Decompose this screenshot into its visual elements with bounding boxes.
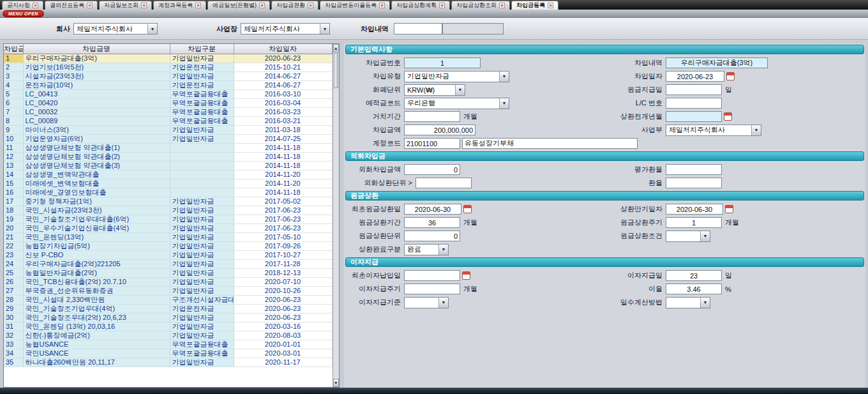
eval-rate-field[interactable] (666, 164, 722, 175)
exch-rate-field[interactable] (666, 178, 722, 188)
cell[interactable]: 기업일반자금 (170, 242, 234, 251)
cell[interactable]: 기업일반자금 (170, 322, 234, 331)
table-row[interactable]: 34국민USANCE무역포괄금융대출2020-03-01 (4, 349, 332, 358)
table-row[interactable]: 27부국증권_선순위유동화증권기업일반자금2020-10-26 (4, 287, 332, 296)
interest-cycle-field[interactable] (404, 284, 460, 294)
cell[interactable]: 무역포괄금융대출 (170, 117, 234, 126)
table-row[interactable]: 3시설자금(23억3천)기업일반자금2014-06-27 (4, 72, 332, 81)
table-row[interactable]: 11삼성생명단체보험 약관대출(1)2014-11-18 (4, 144, 332, 153)
cell[interactable]: 삼성생명단체보험 약관대출(3) (23, 162, 170, 170)
cell[interactable]: 35 (4, 358, 23, 367)
table-row[interactable]: 9마이너스(3억)기업일반자금2011-03-18 (4, 126, 332, 135)
cell[interactable]: 2020-03-01 (234, 349, 332, 358)
cell[interactable]: 2017-05-02 (234, 197, 332, 206)
scrollbar-thumb[interactable] (334, 53, 339, 88)
cell[interactable]: 신한(-)통장예금(2억) (23, 331, 170, 340)
table-row[interactable]: 31국민_온렌딩 (13억) 20,03,16기업일반자금2020-03-16 (4, 322, 332, 331)
fc-amount-field[interactable] (404, 164, 460, 175)
lc-no-field[interactable] (666, 98, 722, 109)
cell[interactable]: 무역포괄금융대출 (170, 90, 234, 99)
chevron-down-icon[interactable]: ▼ (455, 85, 465, 95)
cell[interactable]: 기업일반자금 (170, 358, 234, 367)
cell[interactable]: 부국증권_선순위유동화증권 (23, 287, 170, 296)
table-row[interactable]: 33농협USANCE무역포괄금융대출2020-01-01 (4, 340, 332, 349)
table-row[interactable]: 29국민_기술창조기업우대(4억)기업운전자금2020-06-23 (4, 305, 332, 314)
cell[interactable]: 무역포괄금융대출 (170, 99, 234, 108)
cell[interactable]: 삼성생명단체보험 약관대출(2) (23, 153, 170, 162)
cell[interactable]: 기업일반자금 (170, 135, 234, 144)
tab-차입금상환조회[interactable]: 차입금상환조회× (451, 1, 510, 10)
tab-계정과목등록[interactable]: 계정과목등록× (153, 1, 206, 10)
table-row[interactable]: 17중기청 정책자금(1억)기업일반자금2017-05-02 (4, 197, 332, 206)
table-row[interactable]: 6LC_00420무역포괄금융대출2016-03-04 (4, 99, 332, 108)
cell[interactable]: 2014-06-27 (234, 81, 332, 90)
cell[interactable]: 기업일반자금 (170, 224, 234, 233)
principal-condition-select[interactable]: ▼ (666, 231, 710, 242)
cell[interactable]: 33 (4, 340, 23, 349)
first-principal-date-field[interactable] (404, 204, 461, 215)
cell[interactable]: 10 (4, 135, 23, 144)
cell[interactable]: 19 (4, 215, 23, 224)
cell[interactable]: 기업일반자금 (170, 233, 234, 242)
tab-차입금현황[interactable]: 차입금현황× (271, 1, 318, 10)
table-row[interactable]: 18국민_시설자금(23억3천)기업일반자금2017-06-23 (4, 206, 332, 215)
cell[interactable]: 2014-11-18 (234, 153, 332, 162)
col-header-date[interactable]: 차입일자 (234, 44, 332, 54)
table-row[interactable]: 12삼성생명단체보험 약관대출(2)2014-11-18 (4, 153, 332, 162)
cell[interactable]: 농협USANCE (23, 340, 170, 349)
cell[interactable] (170, 162, 234, 170)
fc-unit-field[interactable] (415, 178, 472, 188)
cell[interactable]: 3 (4, 72, 23, 81)
cell[interactable]: 2017-10-27 (234, 251, 332, 260)
cell[interactable]: 기업일반자금 (170, 126, 234, 135)
col-header-name[interactable]: 차입금명 (23, 44, 170, 54)
cell[interactable]: 마이너스(3억) (23, 126, 170, 135)
cell[interactable]: 기업운전자금 (170, 81, 234, 90)
cell[interactable]: 무역포괄금융대출 (170, 108, 234, 117)
cell[interactable]: 국민_기술창조기업우대(4억) (23, 305, 170, 314)
division-select[interactable]: 제일저지주식회사 ▼ (666, 125, 761, 136)
repay-complete-select[interactable]: 완료 ▼ (404, 244, 449, 255)
scroll-up-icon[interactable]: ▲ (333, 44, 340, 52)
loan-desc-input-2[interactable] (442, 23, 504, 34)
table-row[interactable]: 13삼성생명단체보험 약관대출(3)2014-11-18 (4, 162, 332, 170)
cell[interactable]: 기업일반자금 (170, 197, 234, 206)
table-row[interactable]: 25농협일반자금대출(2억)기업일반자금2018-12-13 (4, 269, 332, 278)
chevron-down-icon[interactable]: ▼ (751, 125, 761, 135)
cell[interactable] (170, 170, 234, 179)
cell[interactable]: 2017-05-10 (234, 233, 332, 242)
loan-desc-input[interactable] (394, 23, 442, 34)
cell[interactable]: 2017-06-23 (234, 206, 332, 215)
cell[interactable]: 2020-11-17 (234, 358, 332, 367)
cell[interactable]: 기업운영자금(6억) (23, 135, 170, 144)
table-row[interactable]: 22농협장기차입금(5억)기업일반자금2017-09-26 (4, 242, 332, 251)
table-row[interactable]: 30국민_기술창조우대(2억) 20,6,23기업일반자금2020-06-23 (4, 314, 332, 322)
cell[interactable]: 28 (4, 296, 23, 305)
cell[interactable]: 2020-07-10 (234, 278, 332, 287)
cell[interactable]: 기업일반자금 (170, 331, 234, 340)
cell[interactable]: 국민_TCB신용대출(2억) 20.7.10 (23, 278, 170, 287)
cell[interactable]: 20 (4, 224, 23, 233)
tab-차입금상환계획[interactable]: 차입금상환계획× (391, 1, 450, 10)
cell[interactable]: 시설자금(23억3천) (23, 72, 170, 81)
cell[interactable]: 국민_시설자금(23억3천) (23, 206, 170, 215)
tab-close-icon[interactable]: × (379, 3, 385, 8)
tab-close-icon[interactable]: × (87, 3, 93, 8)
cell[interactable]: 기업일반자금 (170, 260, 234, 269)
tab-close-icon[interactable]: × (33, 3, 38, 8)
loan-amount-field[interactable] (404, 125, 475, 135)
tab-결의전표등록[interactable]: 결의전표등록× (45, 1, 98, 10)
tab-close-icon[interactable]: × (195, 3, 201, 8)
cell[interactable]: 중기청 정책자금(1억) (23, 197, 170, 206)
tab-차입금변동이율등록[interactable]: 차입금변동이율등록× (320, 1, 390, 10)
grid-scrollbar[interactable]: ▲ ▼ (333, 44, 340, 387)
tab-자금일보조회[interactable]: 자금일보조회× (99, 1, 152, 10)
table-row[interactable]: 24우리구매자금대출(2억)221205기업일반자금2017-11-28 (4, 260, 332, 269)
cell[interactable]: 24 (4, 260, 23, 269)
cell[interactable]: 2020-06-23 (234, 314, 332, 322)
cell[interactable]: 2014-07-25 (234, 135, 332, 144)
principal-pay-day-field[interactable] (666, 84, 722, 95)
principal-cycle-field[interactable] (666, 217, 722, 228)
tab-close-icon[interactable]: × (439, 3, 445, 8)
chevron-down-icon[interactable]: ▼ (438, 245, 448, 255)
